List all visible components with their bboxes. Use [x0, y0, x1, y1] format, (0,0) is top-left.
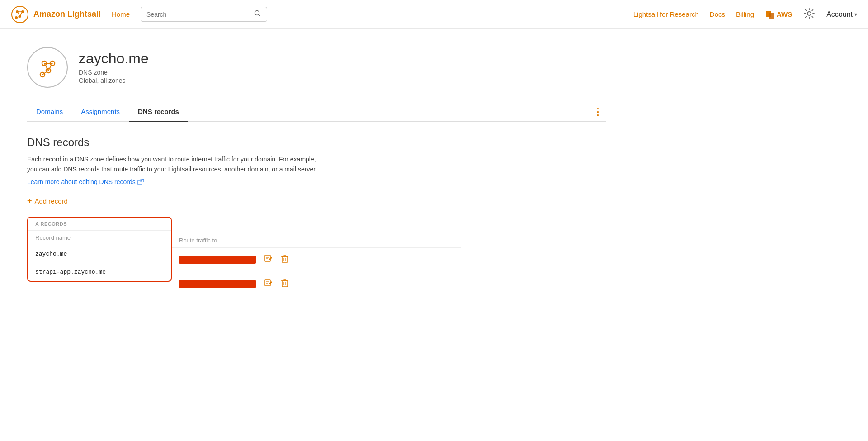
resource-icon	[27, 47, 68, 88]
record-row-2: strapi-app.zaycho.me	[28, 263, 171, 281]
search-icon	[254, 10, 261, 19]
delete-icon-1	[280, 254, 289, 263]
route-bar-2	[179, 280, 256, 288]
logo-prefix: Amazon	[33, 9, 67, 19]
logo[interactable]: Amazon Lightsail	[11, 5, 101, 24]
col-record-name-header: Record name	[28, 234, 164, 241]
record-route-row-1	[172, 248, 461, 272]
logo-brand: Lightsail	[67, 9, 101, 19]
route-bar-1	[179, 256, 256, 264]
tabs-list: Domains Assignments DNS records	[27, 102, 590, 121]
record-actions-2	[263, 278, 290, 291]
delete-record-2-button[interactable]	[279, 278, 290, 291]
dns-zone-icon	[34, 54, 61, 81]
logo-text: Amazon Lightsail	[33, 9, 101, 19]
records-layout: A RECORDS Record name zaycho.me strapi-a…	[27, 217, 461, 296]
edit-icon	[264, 254, 273, 263]
record-name-1: zaycho.me	[28, 245, 164, 263]
record-row-1: zaycho.me	[28, 245, 171, 263]
main-content: zaycho.me DNS zone Global, all zones Dom…	[0, 29, 868, 314]
svg-point-0	[12, 6, 28, 23]
nav-home[interactable]: Home	[112, 10, 130, 18]
svg-rect-24	[265, 255, 270, 261]
a-records-panel: A RECORDS Record name zaycho.me strapi-a…	[27, 217, 172, 282]
external-link-icon	[137, 179, 144, 185]
svg-line-6	[17, 12, 20, 16]
svg-rect-27	[282, 256, 288, 262]
a-records-col-header: Record name	[28, 231, 171, 245]
resource-scope: Global, all zones	[79, 77, 149, 84]
nav-docs[interactable]: Docs	[710, 10, 725, 18]
plus-icon: +	[27, 196, 32, 206]
svg-point-13	[807, 12, 811, 15]
svg-point-9	[255, 11, 259, 15]
dns-records-section: DNS records Each record in a DNS zone de…	[27, 136, 606, 296]
header-right-nav: Lightsail for Research Docs Billing AWS	[633, 7, 857, 21]
delete-icon-2	[280, 279, 289, 288]
nav-lightsail-research[interactable]: Lightsail for Research	[633, 10, 699, 18]
aws-label: AWS	[777, 10, 792, 18]
svg-rect-35	[282, 281, 288, 287]
tab-assignments[interactable]: Assignments	[72, 102, 129, 122]
logo-icon	[11, 5, 29, 24]
tab-domains[interactable]: Domains	[27, 102, 72, 122]
tabs-container: Domains Assignments DNS records ⋮	[27, 102, 606, 122]
dns-records-description: Each record in a DNS zone defines how yo…	[27, 154, 326, 175]
tab-dns-records[interactable]: DNS records	[129, 102, 188, 122]
search-input[interactable]	[146, 11, 250, 18]
record-actions-1	[263, 253, 290, 266]
resource-info: zaycho.me DNS zone Global, all zones	[79, 50, 149, 85]
aws-box-icon	[765, 9, 775, 19]
records-area: A RECORDS Record name zaycho.me strapi-a…	[27, 217, 461, 296]
chevron-down-icon: ▾	[854, 11, 857, 18]
nav-aws[interactable]: AWS	[765, 9, 792, 19]
edit-icon-2	[264, 279, 273, 288]
route-col-header: Route traffic to	[172, 233, 461, 248]
svg-rect-32	[265, 280, 270, 286]
settings-icon[interactable]	[803, 7, 816, 21]
resource-type: DNS zone	[79, 69, 149, 76]
a-records-label: A RECORDS	[28, 218, 171, 231]
resource-header: zaycho.me DNS zone Global, all zones	[27, 47, 606, 88]
route-col-header-spacer	[172, 217, 461, 233]
edit-record-1-button[interactable]	[263, 253, 274, 266]
add-record-button[interactable]: + Add record	[27, 196, 68, 206]
nav-billing[interactable]: Billing	[736, 10, 754, 18]
record-name-2: strapi-app.zaycho.me	[28, 263, 164, 281]
edit-record-2-button[interactable]	[263, 278, 274, 291]
resource-name: zaycho.me	[79, 50, 149, 67]
tabs-more-button[interactable]: ⋮	[590, 103, 606, 121]
svg-line-7	[20, 12, 23, 16]
account-button[interactable]: Account ▾	[826, 10, 857, 19]
learn-more-link[interactable]: Learn more about editing DNS records	[27, 178, 144, 185]
dns-records-title: DNS records	[27, 136, 606, 149]
record-route-row-2	[172, 272, 461, 296]
delete-record-1-button[interactable]	[279, 253, 290, 266]
search-box	[141, 7, 267, 22]
header: Amazon Lightsail Home Lightsail for Rese…	[0, 0, 868, 29]
svg-rect-12	[769, 13, 774, 19]
account-label: Account	[826, 10, 853, 19]
svg-line-10	[259, 15, 261, 17]
col-route-traffic-header: Route traffic to	[179, 237, 217, 244]
records-right-panel: Route traffic to	[172, 217, 461, 296]
